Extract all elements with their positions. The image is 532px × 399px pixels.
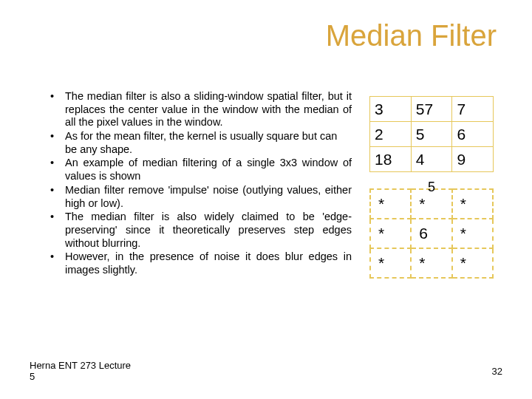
bullet-text: An example of median filtering of a sing… [65, 157, 352, 182]
bullet-text: The median filter is also a sliding-wind… [65, 90, 352, 128]
list-item: However, in the presence of noise it doe… [41, 250, 352, 276]
cell: 5 [411, 122, 452, 147]
cell: 57 [411, 97, 452, 122]
table-row: * * * [370, 248, 493, 278]
cell: * [370, 219, 411, 248]
output-grid-wrap: 5 * * * * 6 * * * * [369, 188, 502, 279]
table-row: 18 4 9 [370, 147, 494, 172]
cell: * [452, 248, 493, 278]
cell: 3 [370, 97, 412, 122]
cell: 7 [452, 97, 494, 122]
bullet-text: The median filter is also widely claimed… [65, 211, 352, 248]
list-item: An example of median filtering of a sing… [41, 157, 352, 183]
table-row: * 6 * [370, 219, 493, 248]
list-item: The median filter is also widely claimed… [41, 211, 352, 250]
bullet-text: As for the mean filter, the kernel is us… [65, 130, 337, 155]
list-item: The median filter is also a sliding-wind… [41, 90, 352, 129]
page-title: Median Filter [326, 19, 497, 52]
cell: 6 [452, 122, 494, 147]
list-item: As for the mean filter, the kernel is us… [41, 130, 352, 156]
table-row: 2 5 6 [370, 122, 494, 147]
bullet-list: The median filter is also a sliding-wind… [41, 90, 352, 278]
table-row: 3 57 7 [370, 97, 494, 122]
bullet-text: However, in the presence of noise it doe… [65, 250, 352, 276]
cell: 9 [452, 147, 494, 172]
slide: Median Filter The median filter is also … [0, 0, 532, 399]
footer-left: Herna ENT 273 Lecture 5 [30, 360, 131, 383]
cell: 18 [370, 147, 412, 172]
cell: 6 [411, 219, 451, 248]
output-grid: * * * * 6 * * * * [369, 188, 494, 279]
cell: * [411, 248, 451, 278]
tables-area: 3 57 7 2 5 6 18 4 9 5 * * * [369, 96, 502, 279]
cell: 2 [370, 122, 412, 147]
cell: * [370, 248, 411, 278]
input-grid: 3 57 7 2 5 6 18 4 9 [369, 96, 494, 172]
bullet-text: Median filter remove 'impulse' noise (ou… [65, 184, 352, 209]
page-number: 32 [492, 366, 502, 377]
cell: 4 [411, 147, 452, 172]
footer-text: Herna ENT 273 Lecture [30, 360, 131, 371]
list-item: Median filter remove 'impulse' noise (ou… [41, 184, 352, 210]
footer-text: 5 [30, 371, 35, 382]
cell: * [452, 219, 493, 248]
output-note: 5 [369, 180, 494, 195]
